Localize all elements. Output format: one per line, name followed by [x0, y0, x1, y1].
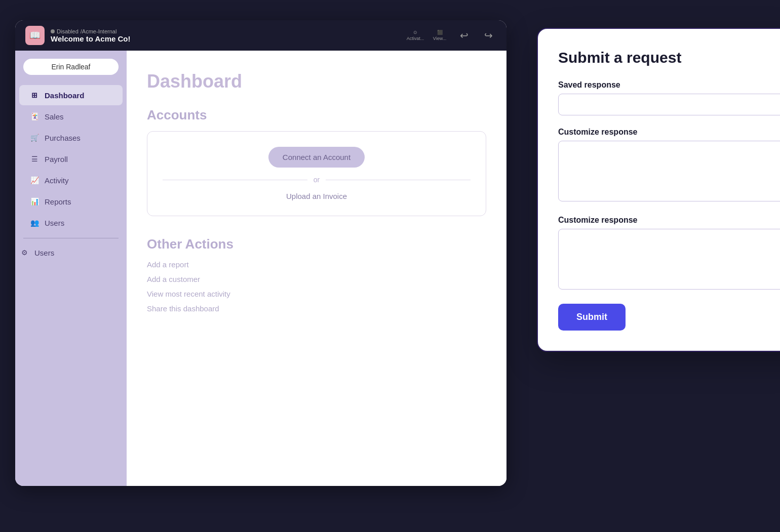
activity-icon: 📈: [29, 175, 40, 185]
sidebar-item-label: Payroll: [45, 155, 68, 163]
sidebar-item-label: Users: [45, 219, 64, 227]
sidebar-nav: ⊞ Dashboard 🃏 Sales 🛒 Purchases ☰ Payrol…: [15, 85, 127, 478]
action-share-dashboard[interactable]: Share this dashboard: [147, 304, 486, 313]
sidebar-item-label: Sales: [45, 112, 64, 121]
app-title: Welcome to Acme Co!: [51, 34, 131, 43]
top-bar-right: ⊙ Activat... ⬛ View... ↩ ↪: [407, 27, 496, 44]
sales-icon: 🃏: [29, 111, 40, 121]
view-button[interactable]: ⬛ View...: [432, 27, 448, 44]
status-dot: [51, 29, 55, 33]
customize-response-textarea-2[interactable]: [558, 229, 780, 290]
other-actions-title: Other Actions: [147, 236, 486, 252]
sidebar-item-payroll[interactable]: ☰ Payroll: [19, 149, 123, 169]
or-text: or: [314, 176, 320, 184]
action-view-activity[interactable]: View most recent activity: [147, 290, 486, 298]
app-window: 📖 Disabled /Acme-Internal Welcome to Acm…: [15, 20, 506, 486]
sidebar-item-label: Dashboard: [45, 91, 84, 100]
sidebar-item-label: Reports: [45, 197, 71, 206]
sidebar-item-activity[interactable]: 📈 Activity: [19, 170, 123, 190]
sidebar-item-users[interactable]: 👥 Users: [19, 213, 123, 233]
or-divider: or: [163, 176, 471, 184]
payroll-icon: ☰: [29, 154, 40, 164]
settings-icon: ⚙: [19, 248, 29, 258]
sidebar-item-purchases[interactable]: 🛒 Purchases: [19, 128, 123, 148]
activate-button[interactable]: ⊙ Activat...: [407, 27, 423, 44]
sidebar-user: Erin Radleaf: [23, 59, 119, 75]
sidebar-item-label: Activity: [45, 176, 69, 185]
submit-request-modal: Submit a request Saved response Customiz…: [537, 28, 780, 352]
accounts-card: Connect an Account or Upload an Invoice: [147, 131, 486, 216]
app-logo: 📖: [25, 26, 45, 45]
sidebar-item-label: Purchases: [45, 134, 81, 142]
sidebar-item-sales[interactable]: 🃏 Sales: [19, 106, 123, 127]
submit-button[interactable]: Submit: [558, 304, 626, 331]
undo-button[interactable]: ↩: [456, 27, 472, 44]
customize-response-group-2: Customize response: [558, 216, 780, 292]
connect-account-button[interactable]: Connect an Account: [268, 147, 365, 168]
nav-divider: [23, 238, 119, 238]
status-text: Disabled: [57, 28, 79, 34]
redo-button[interactable]: ↪: [480, 27, 496, 44]
top-bar-status: Disabled /Acme-Internal: [51, 28, 131, 34]
dashboard-icon: ⊞: [29, 90, 40, 100]
saved-response-group: Saved response: [558, 80, 780, 115]
sidebar-item-settings-users[interactable]: ⚙ Users: [19, 243, 123, 262]
page-title: Dashboard: [147, 71, 486, 92]
purchases-icon: 🛒: [29, 133, 40, 143]
user-pill[interactable]: Erin Radleaf: [23, 59, 119, 75]
accounts-section-title: Accounts: [147, 107, 486, 123]
sidebar: Erin Radleaf ⊞ Dashboard 🃏 Sales 🛒 Purch…: [15, 51, 127, 486]
customize-response-group-1: Customize response: [558, 128, 780, 203]
customize-response-label-1: Customize response: [558, 128, 780, 137]
action-add-customer[interactable]: Add a customer: [147, 275, 486, 283]
logo-icon: 📖: [29, 30, 41, 41]
top-bar-title: Disabled /Acme-Internal Welcome to Acme …: [51, 28, 131, 43]
app-body: Erin Radleaf ⊞ Dashboard 🃏 Sales 🛒 Purch…: [15, 51, 506, 486]
org-text: /Acme-Internal: [81, 28, 117, 34]
saved-response-input[interactable]: [558, 94, 780, 115]
main-content: Dashboard Accounts Connect an Account or…: [127, 51, 506, 486]
sidebar-item-dashboard[interactable]: ⊞ Dashboard: [19, 85, 123, 105]
reports-icon: 📊: [29, 196, 40, 207]
saved-response-label: Saved response: [558, 80, 780, 90]
sidebar-item-label: Users: [34, 249, 54, 257]
customize-response-label-2: Customize response: [558, 216, 780, 225]
sidebar-item-reports[interactable]: 📊 Reports: [19, 191, 123, 212]
top-bar: 📖 Disabled /Acme-Internal Welcome to Acm…: [15, 20, 506, 51]
users-icon: 👥: [29, 218, 40, 228]
action-add-report[interactable]: Add a report: [147, 260, 486, 269]
customize-response-textarea-1[interactable]: [558, 141, 780, 201]
modal-title: Submit a request: [558, 49, 780, 66]
top-bar-left: 📖 Disabled /Acme-Internal Welcome to Acm…: [25, 26, 131, 45]
upload-invoice-link[interactable]: Upload an Invoice: [286, 192, 347, 200]
